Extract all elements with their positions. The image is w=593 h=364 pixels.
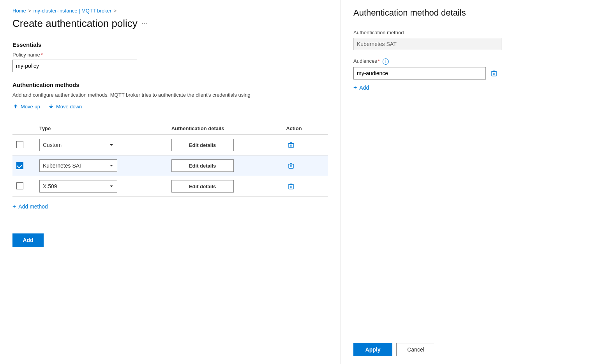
row-3-type-dropdown[interactable]: X.509 — [39, 180, 117, 193]
move-down-button[interactable]: Move down — [48, 103, 82, 110]
row-1-checkbox-cell — [12, 135, 35, 155]
table-row: Custom Edit details — [12, 135, 328, 155]
col-header-type: Type — [35, 122, 168, 135]
rp-audiences-group: Audiences* i + Add — [353, 58, 581, 91]
row-2-type-dropdown[interactable]: Kubernetes SAT — [39, 159, 117, 172]
breadcrumb-sep-2: > — [114, 8, 116, 14]
table-row: Kubernetes SAT Edit details — [12, 155, 328, 176]
row-3-edit-details-button[interactable]: Edit details — [171, 180, 234, 193]
rp-add-audience-label: Add — [359, 85, 369, 91]
row-2-dropdown-icon — [109, 163, 114, 168]
breadcrumb-cluster[interactable]: my-cluster-instance | MQTT broker — [34, 8, 111, 14]
add-method-label: Add method — [18, 203, 48, 210]
row-1-edit-details-button[interactable]: Edit details — [171, 139, 234, 151]
table-divider — [12, 116, 328, 116]
row-3-checkbox[interactable] — [16, 182, 23, 189]
row-3-type-cell: X.509 — [35, 176, 168, 197]
audiences-delete-button[interactable] — [489, 68, 499, 78]
row-1-delete-button[interactable] — [286, 140, 296, 150]
audiences-info-icon[interactable]: i — [383, 58, 389, 65]
row-1-type-value: Custom — [43, 142, 62, 148]
row-2-checkbox-cell — [12, 155, 35, 176]
row-3-checkbox-cell — [12, 176, 35, 197]
page-ellipsis-menu[interactable]: ··· — [141, 19, 147, 28]
auth-methods-section: Authentication methods Add and configure… — [12, 81, 328, 210]
svg-rect-9 — [492, 72, 496, 76]
row-2-edit-details-button[interactable]: Edit details — [171, 159, 234, 172]
row-3-delete-icon — [288, 183, 295, 190]
row-2-type-cell: Kubernetes SAT — [35, 155, 168, 176]
col-header-auth-details: Authentication details — [168, 122, 282, 135]
row-2-delete-icon — [288, 162, 295, 169]
add-button[interactable]: Add — [12, 233, 44, 247]
rp-auth-method-value: Kubernetes SAT — [353, 38, 501, 50]
rp-add-audience-plus-icon: + — [353, 84, 357, 91]
row-3-action-cell — [282, 176, 328, 197]
row-3-type-value: X.509 — [43, 183, 57, 189]
audiences-delete-icon — [491, 70, 498, 77]
audience-row — [353, 67, 581, 80]
essentials-section: Essentials Policy name* — [12, 41, 328, 72]
page-title: Create authentication policy — [12, 18, 138, 30]
svg-rect-0 — [289, 143, 293, 148]
row-3-auth-details-cell: Edit details — [168, 176, 282, 197]
move-controls: Move up Move down — [12, 103, 328, 110]
table-row: X.509 Edit details — [12, 176, 328, 197]
breadcrumb-home[interactable]: Home — [12, 8, 26, 14]
row-1-dropdown-icon — [109, 143, 114, 147]
row-3-dropdown-icon — [109, 184, 114, 189]
rp-audiences-label: Audiences* i — [353, 58, 581, 65]
right-panel: Authentication method details Authentica… — [341, 0, 593, 364]
audiences-input[interactable] — [353, 67, 486, 80]
add-method-button[interactable]: + Add method — [12, 203, 48, 210]
rp-auth-method-group: Authentication method Kubernetes SAT — [353, 30, 581, 50]
row-1-type-dropdown[interactable]: Custom — [39, 139, 117, 151]
apply-button[interactable]: Apply — [353, 343, 392, 356]
row-2-action-cell — [282, 155, 328, 176]
auth-methods-title: Authentication methods — [12, 81, 328, 88]
row-2-checkbox[interactable] — [16, 162, 23, 169]
auth-methods-table: Type Authentication details Action Custo… — [12, 122, 328, 197]
auth-methods-description: Add and configure authentication methods… — [12, 92, 328, 98]
move-down-icon — [48, 103, 54, 110]
row-2-delete-button[interactable] — [286, 161, 296, 171]
col-header-action: Action — [282, 122, 328, 135]
row-1-action-cell — [282, 135, 328, 155]
policy-name-label: Policy name* — [12, 52, 328, 58]
left-panel: Home > my-cluster-instance | MQTT broker… — [0, 0, 341, 364]
row-1-delete-icon — [288, 141, 295, 148]
svg-rect-6 — [289, 185, 293, 189]
row-1-checkbox[interactable] — [16, 141, 23, 148]
move-up-button[interactable]: Move up — [12, 103, 40, 110]
row-2-type-value: Kubernetes SAT — [43, 163, 83, 169]
rp-add-audience-button[interactable]: + Add — [353, 84, 369, 91]
policy-name-input[interactable] — [12, 60, 137, 72]
cancel-button[interactable]: Cancel — [396, 343, 435, 356]
essentials-title: Essentials — [12, 41, 328, 48]
breadcrumb-sep-1: > — [28, 8, 31, 14]
row-1-auth-details-cell: Edit details — [168, 135, 282, 155]
svg-rect-3 — [289, 164, 293, 168]
row-1-type-cell: Custom — [35, 135, 168, 155]
right-panel-title: Authentication method details — [353, 8, 581, 18]
col-header-checkbox — [12, 122, 35, 135]
rp-auth-method-label: Authentication method — [353, 30, 581, 35]
rp-actions: Apply Cancel — [353, 335, 581, 356]
add-method-plus-icon: + — [12, 203, 16, 210]
breadcrumb: Home > my-cluster-instance | MQTT broker… — [12, 8, 328, 14]
page-title-row: Create authentication policy ··· — [12, 18, 328, 30]
row-2-auth-details-cell: Edit details — [168, 155, 282, 176]
row-3-delete-button[interactable] — [286, 181, 296, 191]
move-up-icon — [12, 103, 19, 110]
